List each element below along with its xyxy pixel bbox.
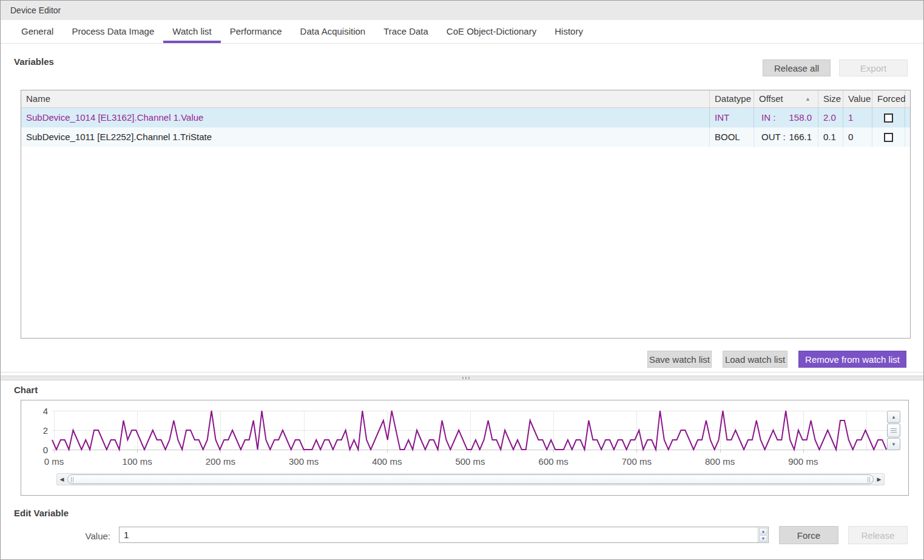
- column-header-forced[interactable]: Forced: [872, 90, 905, 107]
- export-button[interactable]: Export: [839, 59, 908, 76]
- section-divider: [1, 372, 923, 373]
- table-row[interactable]: SubDevice_1014 [EL3162].Channel 1.Value …: [21, 108, 910, 127]
- cell-offset: IN :158.0: [754, 108, 818, 127]
- x-axis-label: 300 ms: [280, 456, 328, 467]
- cell-size: 2.0: [818, 108, 843, 127]
- release-all-button[interactable]: Release all: [763, 59, 831, 76]
- scroll-left-icon[interactable]: ◀: [57, 474, 67, 485]
- spin-up-icon[interactable]: ▲: [759, 528, 767, 535]
- table-header-row: Name Datatype Offset▲ Size Value Forced: [21, 90, 910, 108]
- column-header-value[interactable]: Value: [843, 90, 872, 107]
- cell-name: SubDevice_1011 [EL2252].Channel 1.TriSta…: [21, 127, 710, 147]
- scroll-right-icon[interactable]: ▶: [874, 474, 884, 485]
- splitter-handle[interactable]: [1, 376, 923, 380]
- cell-datatype: BOOL: [710, 127, 754, 147]
- value-stepper: ▲ ▼: [758, 527, 768, 542]
- x-axis-label: 800 ms: [696, 456, 744, 467]
- spin-down-icon[interactable]: ▼: [759, 535, 767, 542]
- value-input[interactable]: [120, 527, 758, 542]
- tab-performance[interactable]: Performance: [221, 20, 291, 43]
- column-header-name[interactable]: Name: [21, 90, 710, 107]
- scroll-up-icon[interactable]: ▲: [887, 411, 900, 423]
- column-header-filler: [905, 90, 910, 107]
- y-axis-label: 4: [30, 406, 48, 416]
- x-axis-label: 500 ms: [446, 456, 494, 467]
- sort-asc-icon: ▲: [805, 90, 811, 107]
- tab-history[interactable]: History: [545, 20, 592, 43]
- y-axis-label: 0: [30, 445, 48, 455]
- y-axis-label: 2: [30, 425, 48, 436]
- load-watch-list-button[interactable]: Load watch list: [723, 351, 787, 368]
- tab-bar: General Process Data Image Watch list Pe…: [1, 20, 923, 44]
- x-axis-label: 200 ms: [196, 456, 244, 467]
- x-axis-label: 700 ms: [612, 456, 661, 467]
- scroll-down-icon[interactable]: ▼: [887, 438, 900, 450]
- edit-variable-heading: Edit Variable: [14, 508, 69, 518]
- cell-value: 1: [843, 108, 872, 127]
- tab-trace-data[interactable]: Trace Data: [374, 20, 437, 43]
- forced-checkbox[interactable]: [884, 133, 893, 142]
- tab-data-acquisition[interactable]: Data Acquisition: [291, 20, 375, 43]
- chart-heading: Chart: [14, 385, 38, 395]
- tab-coe-object-dictionary[interactable]: CoE Object-Dictionary: [437, 20, 545, 43]
- cell-forced: [872, 108, 905, 127]
- watch-list-table: Name Datatype Offset▲ Size Value Forced …: [21, 90, 911, 339]
- cell-size: 0.1: [818, 127, 843, 147]
- title-bar: Device Editor: [1, 1, 923, 20]
- column-header-size[interactable]: Size: [818, 90, 843, 107]
- cell-offset: OUT :166.1: [754, 127, 818, 147]
- tab-general[interactable]: General: [12, 20, 62, 43]
- chart-line: [52, 410, 887, 451]
- forced-checkbox[interactable]: [884, 113, 893, 123]
- force-button[interactable]: Force: [779, 526, 838, 544]
- splitter-grip-icon: [462, 377, 471, 379]
- vertical-scroll-thumb[interactable]: [887, 423, 900, 437]
- table-row[interactable]: SubDevice_1011 [EL2252].Channel 1.TriSta…: [21, 127, 910, 147]
- chart-vertical-scrollbar[interactable]: ▲ ▼: [887, 411, 900, 450]
- thumb-grip-icon: [868, 477, 870, 482]
- cell-name: SubDevice_1014 [EL3162].Channel 1.Value: [21, 108, 710, 127]
- column-header-datatype[interactable]: Datatype: [710, 90, 754, 107]
- thumb-grip-icon: [891, 428, 897, 433]
- tab-watch-list[interactable]: Watch list: [163, 20, 220, 43]
- variables-heading: Variables: [14, 56, 54, 67]
- x-axis-label: 400 ms: [363, 456, 411, 467]
- remove-from-watch-list-button[interactable]: Remove from watch list: [798, 351, 906, 368]
- horizontal-scroll-thumb[interactable]: [67, 474, 874, 484]
- cell-datatype: INT: [710, 108, 754, 127]
- column-header-offset[interactable]: Offset▲: [754, 90, 818, 107]
- chart-panel: 0 ms100 ms200 ms300 ms400 ms500 ms600 ms…: [21, 400, 909, 496]
- value-field-wrap: ▲ ▼: [119, 527, 769, 543]
- device-editor-window: Device Editor General Process Data Image…: [0, 0, 924, 560]
- release-button[interactable]: Release: [848, 526, 908, 544]
- save-watch-list-button[interactable]: Save watch list: [647, 351, 712, 368]
- x-axis-label: 900 ms: [779, 456, 828, 467]
- tab-process-data-image[interactable]: Process Data Image: [62, 20, 163, 43]
- x-axis-label: 100 ms: [113, 456, 161, 467]
- value-label: Value:: [61, 531, 110, 541]
- chart-horizontal-scrollbar[interactable]: ◀ ▶: [56, 473, 885, 485]
- x-axis-label: 0 ms: [30, 456, 78, 467]
- thumb-grip-icon: [71, 477, 73, 482]
- window-title: Device Editor: [10, 1, 61, 20]
- cell-value: 0: [843, 127, 872, 147]
- x-axis-label: 600 ms: [529, 456, 578, 467]
- cell-forced: [872, 127, 905, 147]
